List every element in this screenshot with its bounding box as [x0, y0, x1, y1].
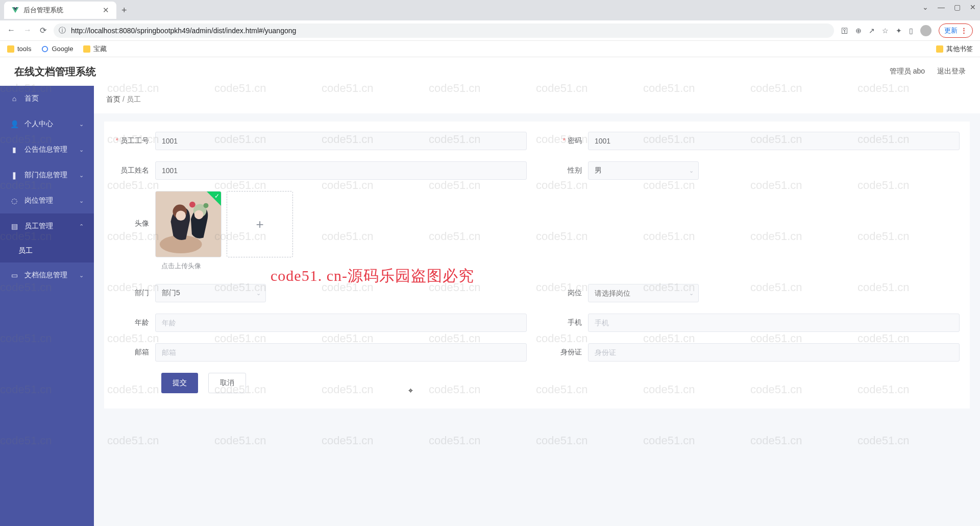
profile-avatar[interactable]	[920, 25, 932, 36]
input-name[interactable]	[155, 161, 527, 180]
upload-success-icon	[207, 192, 221, 206]
sidebar: ⌂首页 👤个人中心⌄ ▮公告信息管理⌄ ❚部门信息管理⌄ ◌岗位管理⌄ ▤员工管…	[0, 86, 94, 526]
doc-icon: ▭	[10, 271, 18, 279]
circle-icon: ◌	[10, 197, 18, 205]
bookmark-bar: tools Google 宝藏 其他书签	[0, 41, 980, 57]
bookmark-google[interactable]: Google	[41, 45, 73, 53]
folder-icon	[7, 45, 14, 53]
home-icon: ⌂	[10, 94, 18, 103]
svg-point-7	[189, 202, 195, 208]
label-email: 邮箱	[114, 348, 155, 357]
maximize-icon[interactable]: ▢	[954, 3, 961, 11]
bookmark-tools[interactable]: tools	[7, 45, 31, 53]
sidebar-item-notice[interactable]: ▮公告信息管理⌄	[0, 137, 94, 162]
label-password: 密码	[547, 136, 588, 146]
label-phone: 手机	[547, 318, 588, 327]
label-idcard: 身份证	[547, 348, 588, 357]
list-icon: ▤	[10, 222, 18, 230]
reload-button[interactable]: ⟳	[40, 26, 46, 35]
plus-icon: +	[256, 217, 263, 232]
breadcrumb-sep: /	[122, 95, 125, 103]
chevron-down-icon: ⌄	[79, 198, 84, 204]
employee-form: 员工工号 密码 员工姓名 性别 ⌄	[104, 122, 970, 409]
browser-chrome: 后台管理系统 ✕ + ⌄ — ▢ ✕ ← → ⟳ ⓘ http://localh…	[0, 0, 980, 57]
tab-title: 后台管理系统	[23, 6, 63, 15]
app-title: 在线文档管理系统	[14, 65, 96, 79]
submenu-employee: 员工	[0, 239, 94, 262]
input-password[interactable]	[588, 132, 960, 150]
tab-bar: 后台管理系统 ✕ + ⌄ — ▢ ✕	[0, 0, 980, 20]
label-name: 员工姓名	[114, 166, 155, 175]
select-gender[interactable]	[588, 161, 699, 180]
submit-button[interactable]: 提交	[161, 373, 198, 393]
input-employee-id[interactable]	[155, 132, 527, 150]
sidebar-item-position[interactable]: ◌岗位管理⌄	[0, 188, 94, 213]
input-age[interactable]	[155, 314, 527, 332]
chevron-down-icon: ⌄	[79, 272, 84, 279]
url-input-wrap[interactable]: ⓘ http://localhost:8080/springbootpkh49/…	[54, 23, 834, 38]
chevron-down-icon: ⌄	[79, 147, 84, 153]
svg-point-0	[42, 46, 48, 52]
logout-link[interactable]: 退出登录	[937, 67, 966, 76]
breadcrumb-home[interactable]: 首页	[106, 95, 120, 103]
label-dept: 部门	[114, 289, 155, 298]
browser-tab[interactable]: 后台管理系统 ✕	[4, 2, 116, 19]
select-dept[interactable]	[155, 284, 266, 302]
extensions-icon[interactable]: ✦	[896, 27, 902, 35]
select-post[interactable]	[588, 284, 699, 302]
current-user[interactable]: 管理员 abo	[890, 67, 925, 76]
bookmark-star-icon[interactable]: ☆	[882, 27, 889, 35]
sidebar-item-employee[interactable]: ▤员工管理⌃	[0, 213, 94, 239]
avatar-preview[interactable]	[155, 191, 222, 257]
close-tab-icon[interactable]: ✕	[103, 6, 109, 15]
app-header: 在线文档管理系统 管理员 abo 退出登录	[0, 57, 980, 86]
new-tab-button[interactable]: +	[121, 5, 127, 16]
google-icon	[41, 45, 48, 53]
label-employee-id: 员工工号	[114, 136, 155, 146]
sidebar-item-home[interactable]: ⌂首页	[0, 86, 94, 111]
sidebar-subitem-employee[interactable]: 员工	[0, 239, 94, 262]
update-button[interactable]: 更新⋮	[939, 23, 973, 38]
zoom-icon[interactable]: ⊕	[855, 27, 862, 35]
input-email[interactable]	[155, 343, 527, 362]
bookmark-other[interactable]: 其他书签	[936, 44, 973, 54]
vue-favicon-icon	[11, 6, 19, 14]
label-post: 岗位	[547, 289, 588, 298]
minimize-icon[interactable]: —	[938, 3, 945, 11]
sidebar-item-document[interactable]: ▭文档信息管理⌄	[0, 262, 94, 288]
svg-point-6	[194, 210, 204, 219]
site-info-icon[interactable]: ⓘ	[59, 26, 66, 35]
folder-icon	[83, 45, 90, 53]
label-gender: 性别	[547, 166, 588, 175]
input-phone[interactable]	[588, 314, 960, 332]
close-window-icon[interactable]: ✕	[970, 3, 976, 11]
chevron-down-icon: ⌄	[79, 172, 84, 179]
avatar-upload-button[interactable]: +	[227, 191, 293, 257]
main-layout: ⌂首页 👤个人中心⌄ ▮公告信息管理⌄ ❚部门信息管理⌄ ◌岗位管理⌄ ▤员工管…	[0, 86, 980, 526]
dropdown-icon[interactable]: ⌄	[922, 3, 928, 11]
url-text: http://localhost:8080/springbootpkh49/ad…	[71, 27, 296, 35]
breadcrumb: 首页 / 员工	[94, 86, 980, 113]
label-avatar: 头像	[114, 191, 155, 228]
back-button[interactable]: ←	[7, 26, 15, 35]
building-icon: ❚	[10, 171, 18, 179]
bars-icon: ▮	[10, 146, 18, 154]
sidebar-item-department[interactable]: ❚部门信息管理⌄	[0, 162, 94, 188]
sidebar-item-profile[interactable]: 👤个人中心⌄	[0, 111, 94, 137]
chevron-down-icon: ⌄	[79, 121, 84, 128]
breadcrumb-current: 员工	[127, 95, 141, 103]
folder-icon	[936, 45, 943, 53]
user-icon: 👤	[10, 120, 18, 128]
password-key-icon[interactable]: ⚿	[841, 27, 848, 35]
svg-point-4	[176, 210, 186, 221]
input-idcard[interactable]	[588, 343, 960, 362]
cancel-button[interactable]: 取消	[208, 373, 246, 393]
window-controls: ⌄ — ▢ ✕	[922, 3, 976, 11]
address-bar: ← → ⟳ ⓘ http://localhost:8080/springboot…	[0, 20, 980, 41]
share-icon[interactable]: ↗	[869, 27, 875, 35]
reading-list-icon[interactable]: ▯	[909, 27, 913, 35]
avatar-hint: 点击上传头像	[161, 261, 960, 271]
forward-button[interactable]: →	[23, 26, 32, 35]
label-age: 年龄	[114, 318, 155, 327]
bookmark-treasure[interactable]: 宝藏	[83, 44, 107, 54]
